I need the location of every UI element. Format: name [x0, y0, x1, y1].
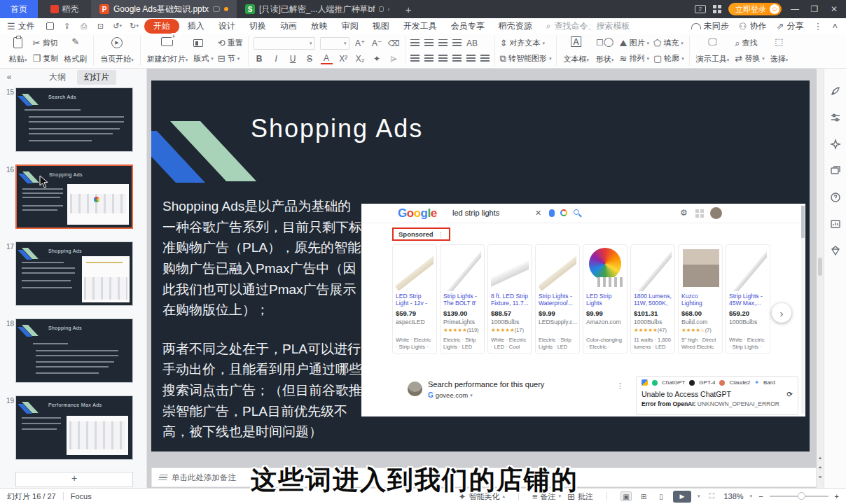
bullet-list-icon[interactable] — [410, 39, 419, 47]
align-text-button[interactable]: ⇕对齐文本▾ — [500, 37, 552, 49]
save-icon[interactable] — [45, 21, 56, 31]
paste-button[interactable]: 粘贴▾ — [8, 36, 29, 66]
zoom-slider[interactable] — [770, 496, 828, 497]
zoom-out-icon[interactable]: − — [758, 492, 763, 500]
help-icon[interactable] — [830, 192, 841, 203]
align-center-icon[interactable] — [424, 55, 434, 62]
zoom-knob[interactable] — [798, 492, 805, 500]
slide-thumbnail-19[interactable]: Performance Max Ads — [15, 396, 133, 460]
new-tab-button[interactable]: + — [398, 0, 419, 18]
google-screenshot-image[interactable]: Google led strip lights ✕ ⚙ Sponsored ⋮ — [361, 204, 805, 416]
next-slide-icon[interactable]: ⏷ — [817, 475, 824, 480]
slide-thumbnail-17[interactable]: Shopping Ads — [15, 241, 133, 306]
increase-font-icon[interactable]: A⁺ — [354, 38, 366, 48]
export-icon[interactable]: ⇪ — [62, 21, 73, 31]
tab-docer[interactable]: 稻壳 — [38, 0, 91, 18]
fill-button[interactable]: ⬠填充▾ — [653, 37, 684, 49]
font-family-select[interactable]: ▾ — [254, 37, 315, 50]
more-icon[interactable]: ⋮ — [813, 22, 822, 31]
font-size-select[interactable]: ▾ — [320, 37, 349, 50]
layout-icon-button[interactable] — [193, 37, 214, 49]
font-color-button[interactable]: A — [321, 53, 333, 64]
command-search[interactable]: ⌕ 查找命令、搜索模板 — [546, 20, 630, 32]
numbered-list-icon[interactable] — [424, 39, 434, 47]
bold-button[interactable]: B — [254, 54, 265, 64]
find-button[interactable]: ⌕查找 — [735, 37, 764, 49]
slide-thumbnail-18[interactable]: Shopping Ads — [15, 318, 133, 383]
replace-button[interactable]: ⇄替换▾ — [735, 52, 764, 64]
redo-icon[interactable]: ↻▾ — [129, 21, 140, 31]
slideshow-play-button[interactable]: ▶ — [673, 491, 691, 503]
italic-button[interactable]: I — [270, 54, 282, 64]
premium-badge-icon[interactable] — [830, 245, 841, 256]
copy-button[interactable]: ❐复制 — [33, 52, 59, 64]
undo-icon[interactable]: ↺▾ — [112, 21, 123, 31]
menu-item-slideshow[interactable]: 放映 — [304, 20, 335, 33]
layout-button[interactable]: 版式▾ — [193, 52, 214, 64]
menu-item-animation[interactable]: 动画 — [273, 20, 304, 33]
collapse-ribbon-icon[interactable]: ˄ — [832, 22, 838, 31]
presentation-tools-button[interactable]: 🖵 演示工具▾ — [695, 36, 731, 66]
collapse-panel-icon[interactable]: « — [0, 72, 18, 82]
file-menu[interactable]: ☰ 文件 — [0, 20, 42, 32]
rocket-icon[interactable] — [830, 85, 841, 97]
slide-body-text[interactable]: Shopping Ads是以产品为基础的一种谷歌广告系列，目前只剩下标准购物广告… — [162, 196, 363, 442]
align-left-icon[interactable] — [410, 55, 419, 62]
clear-format-icon[interactable]: ⌫ — [388, 38, 400, 48]
slide-library-icon[interactable] — [830, 165, 841, 176]
text-effects-icon[interactable]: ✦ — [371, 54, 383, 64]
menu-item-review[interactable]: 审阅 — [335, 20, 366, 33]
section-button[interactable]: ⊟节▾ — [218, 52, 243, 64]
menu-item-docer-resources[interactable]: 稻壳资源 — [492, 20, 539, 33]
subscript-button[interactable]: X₂ — [354, 54, 366, 64]
zoom-options-icon[interactable]: ▾ — [750, 493, 753, 499]
login-button[interactable]: 立即登录 ☺ — [728, 3, 782, 15]
cut-button[interactable]: ✂剪切 — [33, 37, 59, 49]
apps-grid-icon[interactable] — [713, 5, 721, 13]
menu-item-transition[interactable]: 切换 — [242, 20, 273, 33]
line-spacing-icon[interactable] — [480, 55, 490, 62]
share-button[interactable]: ⇗分享 — [777, 20, 804, 32]
tab-outline[interactable]: 大纲 — [42, 70, 73, 85]
decrease-indent-icon[interactable] — [438, 39, 448, 47]
tabs-overview-icon[interactable]: 2 — [695, 5, 706, 13]
strikethrough-button[interactable]: S — [304, 54, 316, 64]
format-painter-button[interactable]: ✎ 格式刷 — [62, 36, 88, 66]
highlight-icon[interactable]: ⌲ — [388, 54, 400, 64]
slide-thumbnail-15[interactable]: Search Ads — [15, 88, 133, 152]
tab-slides[interactable]: 幻灯片 — [77, 70, 116, 85]
reading-view-icon[interactable]: ▯ — [656, 491, 667, 501]
to-smartart-button[interactable]: ⧉转智能图形▾ — [500, 52, 552, 64]
menu-item-member[interactable]: 会员专享 — [444, 20, 492, 33]
slide-16[interactable]: Shopping Ads Shopping Ads是以产品为基础的一种谷歌广告系… — [151, 80, 810, 451]
superscript-button[interactable]: X² — [338, 54, 349, 64]
zoom-in-icon[interactable]: + — [835, 492, 839, 500]
tab-home[interactable]: 首页 — [0, 0, 38, 18]
play-options-icon[interactable]: ▾ — [698, 493, 700, 499]
preview-icon[interactable]: ⊡ — [95, 21, 106, 31]
collaborate-button[interactable]: ⚇协作 — [739, 20, 767, 32]
menu-item-home[interactable]: 开始 — [144, 19, 179, 34]
tab-document-presentation[interactable]: P Google Ads基础知识.pptx — [91, 0, 237, 18]
chart-tool-icon[interactable] — [830, 218, 841, 230]
scrollbar-thumb[interactable] — [818, 258, 822, 276]
picture-button[interactable]: ⛰图片▾ — [619, 37, 649, 49]
underline-button[interactable]: U — [287, 54, 299, 64]
sync-status[interactable]: 未同步 — [691, 20, 729, 32]
shapes-button[interactable]: ◻◯ 形状▾ — [595, 36, 616, 66]
menu-item-insert[interactable]: 插入 — [181, 20, 212, 33]
properties-sliders-icon[interactable] — [830, 112, 841, 123]
arrange-button[interactable]: ≋排列▾ — [619, 52, 649, 64]
add-slide-button[interactable]: + — [15, 472, 133, 487]
select-button[interactable]: ⬚ 选择▾ — [769, 36, 790, 66]
canvas-scrollbar[interactable]: ▴ ⏶ ⏷ — [817, 69, 824, 488]
decrease-font-icon[interactable]: A⁻ — [371, 38, 383, 48]
text-box-button[interactable]: 🄰 文本框▾ — [562, 36, 590, 66]
print-icon[interactable]: ⎙ — [78, 21, 90, 31]
slide-title[interactable]: Shopping Ads — [251, 114, 423, 144]
scroll-up-icon[interactable]: ▴ — [817, 455, 824, 461]
menu-item-view[interactable]: 视图 — [366, 20, 396, 33]
justify-icon[interactable] — [452, 55, 462, 62]
reset-button[interactable]: ⟲重置 — [218, 37, 243, 49]
prev-slide-icon[interactable]: ⏶ — [817, 465, 824, 470]
